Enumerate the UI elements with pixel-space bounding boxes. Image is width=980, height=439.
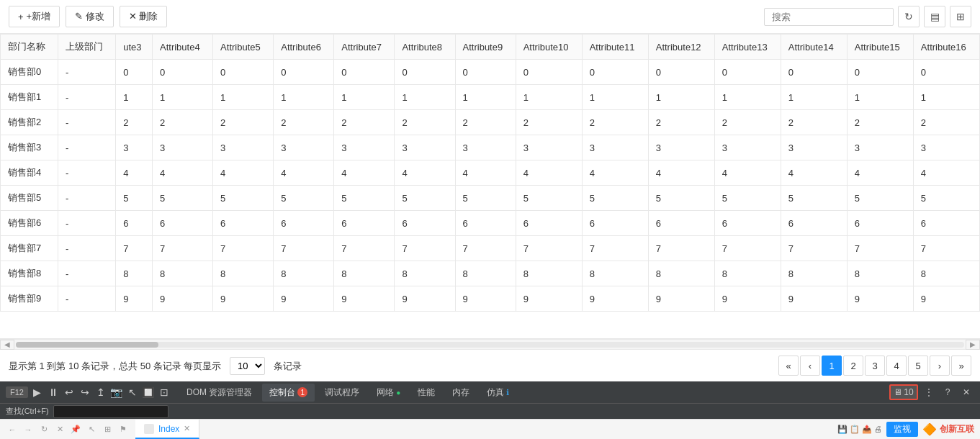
cell-attr-12: 5 <box>648 186 714 211</box>
col-header-attr11: Attribute11 <box>582 35 648 60</box>
export-icon[interactable]: 📤 <box>862 425 872 433</box>
step-into-button[interactable]: ↪ <box>78 386 91 398</box>
columns-button[interactable]: ⊞ <box>950 6 971 27</box>
find-label: 查找(Ctrl+F) <box>6 406 49 417</box>
find-input[interactable] <box>53 405 168 418</box>
inspect-tool[interactable]: ⊞ <box>101 425 114 434</box>
page-3-button[interactable]: 3 <box>865 356 885 376</box>
page-last-button[interactable]: » <box>951 356 971 376</box>
tab-console[interactable]: 控制台 1 <box>262 384 315 402</box>
cell-attr-9: 1 <box>455 85 516 110</box>
cursor-button[interactable]: ↖ <box>126 386 139 398</box>
refresh-button[interactable]: ↻ <box>898 6 920 27</box>
cell-attr-9: 7 <box>455 236 516 261</box>
search-input[interactable] <box>764 8 894 26</box>
table-row[interactable]: 销售部1-11111111111111 <box>1 85 980 110</box>
print-icon[interactable]: 🖨 <box>874 425 882 433</box>
pause-button[interactable]: ⏸ <box>47 386 60 398</box>
save-icon[interactable]: 💾 <box>837 425 848 433</box>
cell-attr-16: 7 <box>913 236 979 261</box>
cell-attr-6: 6 <box>274 211 334 236</box>
cell-attr-10: 4 <box>516 160 582 186</box>
page-prev-button[interactable]: ‹ <box>800 356 820 376</box>
page-2-button[interactable]: 2 <box>843 356 863 376</box>
step-over-button[interactable]: ↩ <box>63 386 76 398</box>
cell-attr-6: 8 <box>274 261 334 286</box>
tab-close[interactable]: ✕ <box>184 424 190 433</box>
table-header-row: 部门名称 上级部门 ute3 Attribute4 Attribute5 Att… <box>1 35 980 60</box>
table-row[interactable]: 销售部9-99999999999999 <box>1 286 980 312</box>
stop-button[interactable]: ✕ <box>53 425 66 434</box>
cell-attr-12: 7 <box>648 236 714 261</box>
cell-attr-15: 0 <box>847 60 913 85</box>
cell-attr-3: 7 <box>116 236 153 261</box>
cell-attr-15: 7 <box>847 236 913 261</box>
cell-attr-7: 6 <box>334 211 395 236</box>
reload-button[interactable]: ↻ <box>37 425 50 434</box>
cell-attr-14: 6 <box>781 211 847 236</box>
horizontal-scrollbar[interactable]: ◀ ▶ <box>0 339 980 349</box>
pin-button[interactable]: 📌 <box>69 425 82 434</box>
table-row[interactable]: 销售部8-88888888888888 <box>1 261 980 286</box>
copy-icon[interactable]: 📋 <box>850 425 860 433</box>
page-5-button[interactable]: 5 <box>908 356 928 376</box>
scroll-left-arrow[interactable]: ◀ <box>0 340 14 350</box>
emulation-info: ℹ <box>506 388 509 397</box>
page-size-select[interactable]: 10 20 50 <box>230 357 265 375</box>
layout-button[interactable]: ▤ <box>924 6 945 27</box>
table-row[interactable]: 销售部0-00000000000000 <box>1 60 980 85</box>
help-btn[interactable]: ? <box>940 384 956 400</box>
cursor-tool[interactable]: ↖ <box>85 425 98 434</box>
tab-debugger[interactable]: 调试程序 <box>318 384 367 402</box>
page-1-button[interactable]: 1 <box>822 356 842 376</box>
cell-parent-dept: - <box>58 60 116 85</box>
col-header-attr15: Attribute15 <box>847 35 913 60</box>
cell-attr-9: 5 <box>455 186 516 211</box>
page-4-button[interactable]: 4 <box>886 356 907 376</box>
table-row[interactable]: 销售部2-22222222222222 <box>1 110 980 135</box>
cell-attr-8: 2 <box>395 110 455 135</box>
inspect-button[interactable]: 🔲 <box>142 386 155 398</box>
tab-dom[interactable]: DOM 资源管理器 <box>179 384 259 402</box>
page-next-button[interactable]: › <box>930 356 950 376</box>
tab-performance[interactable]: 性能 <box>410 384 442 402</box>
flag-button[interactable]: ⚑ <box>117 425 130 434</box>
nav-controls: ← → ↻ ✕ 📌 ↖ ⊞ ⚑ <box>0 425 135 434</box>
back-button[interactable]: ← <box>6 425 19 434</box>
add-button[interactable]: + +新增 <box>9 6 60 27</box>
col-header-attr10: Attribute10 <box>516 35 582 60</box>
table-row[interactable]: 销售部4-44444444444444 <box>1 160 980 186</box>
cell-dept-name: 销售部6 <box>1 211 58 236</box>
cell-parent-dept: - <box>58 211 116 236</box>
cell-attr-6: 0 <box>274 60 334 85</box>
more-options-btn[interactable]: ⋮ <box>921 384 937 400</box>
col-header-ute3: ute3 <box>116 35 153 60</box>
pagination-text: 显示第 1 到第 10 条记录，总共 50 条记录 每页显示 <box>9 361 221 371</box>
cell-attr-9: 8 <box>455 261 516 286</box>
cell-attr-5: 4 <box>213 160 274 186</box>
scroll-right-arrow[interactable]: ▶ <box>966 340 980 350</box>
forward-button[interactable]: → <box>22 425 35 434</box>
tab-memory[interactable]: 内存 <box>445 384 477 402</box>
table-row[interactable]: 销售部5-55555555555555 <box>1 186 980 211</box>
cell-attr-14: 4 <box>781 160 847 186</box>
edit-button[interactable]: ✎ 修改 <box>66 6 114 27</box>
dom-button[interactable]: ⊡ <box>158 386 171 398</box>
tab-emulation[interactable]: 仿真 ℹ <box>480 384 516 402</box>
table-row[interactable]: 销售部3-33333333333333 <box>1 135 980 160</box>
table-row[interactable]: 销售部6-66666666666666 <box>1 211 980 236</box>
screenshot-button[interactable]: 📷 <box>110 386 123 398</box>
brand-logo: 🔶 创新互联 <box>922 422 974 436</box>
play-button[interactable]: ▶ <box>31 386 44 398</box>
cell-attr-16: 2 <box>913 110 979 135</box>
index-tab[interactable]: Index ✕ <box>135 420 199 439</box>
step-out-button[interactable]: ↥ <box>94 386 107 398</box>
monitor-button[interactable]: 监视 <box>886 422 918 437</box>
tab-network[interactable]: 网络 ● <box>369 384 408 402</box>
cell-parent-dept: - <box>58 135 116 160</box>
delete-button[interactable]: ✕ 删除 <box>120 6 168 27</box>
close-devtools-btn[interactable]: ✕ <box>958 384 974 400</box>
screen-size-btn[interactable]: 🖥 10 <box>889 384 918 400</box>
table-row[interactable]: 销售部7-77777777777777 <box>1 236 980 261</box>
page-first-button[interactable]: « <box>778 356 799 376</box>
